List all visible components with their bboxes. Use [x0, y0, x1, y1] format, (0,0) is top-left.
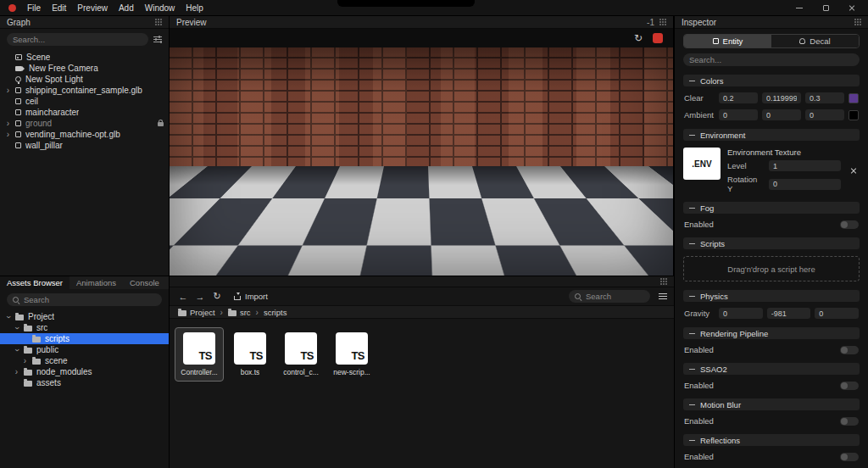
file-item-box[interactable]: TS box.ts	[225, 327, 275, 382]
drag-handle-icon[interactable]	[660, 278, 667, 285]
section-reflections-header[interactable]: Reflections	[683, 434, 860, 446]
collapse-icon	[689, 369, 695, 370]
tab-decal[interactable]: Decal	[771, 35, 859, 47]
app-logo-icon[interactable]	[8, 4, 16, 12]
filter-icon[interactable]	[153, 36, 162, 43]
ambient-b-input[interactable]	[805, 109, 844, 120]
capsule-mesh[interactable]	[371, 186, 456, 276]
clear-r-input[interactable]	[719, 92, 758, 103]
ssao2-enabled-toggle[interactable]	[840, 382, 859, 390]
script-dropzone[interactable]: Drag'n'drop a script here	[683, 256, 860, 281]
graph-item-free-camera[interactable]: New Free Camera	[0, 63, 169, 74]
refresh-button[interactable]: ↻	[210, 290, 224, 304]
view-options-icon[interactable]	[659, 293, 667, 300]
inspector-search-input[interactable]	[689, 55, 854, 64]
tree-item-src[interactable]: src	[0, 322, 169, 333]
chevron-right-icon[interactable]	[5, 86, 11, 95]
graph-item-label: Scene	[26, 53, 50, 62]
ambient-color-swatch[interactable]	[849, 110, 859, 120]
env-level-row: Level	[727, 160, 841, 171]
tree-item-node-modules[interactable]: node_modules	[0, 366, 169, 377]
file-item-controller[interactable]: TS Controller...	[175, 327, 224, 382]
graph-item-maincharacter[interactable]: maincharacter	[0, 107, 169, 118]
mesh-icon	[15, 131, 21, 137]
menu-file[interactable]: File	[27, 3, 41, 13]
viewport-3d[interactable]	[170, 47, 673, 276]
gravity-x-input[interactable]	[719, 308, 763, 319]
section-ssao2-header[interactable]: SSAO2	[683, 363, 860, 375]
tab-animations[interactable]: Animations	[70, 276, 123, 289]
gravity-y-input[interactable]	[767, 308, 811, 319]
rotation-y-input[interactable]	[769, 179, 841, 190]
back-button[interactable]: ←	[176, 290, 190, 304]
minimize-button[interactable]	[792, 0, 807, 16]
rendering-enabled-toggle[interactable]	[840, 346, 859, 354]
chevron-right-icon[interactable]	[14, 368, 19, 376]
menu-edit[interactable]: Edit	[52, 3, 66, 13]
chevron-right-icon[interactable]	[5, 120, 11, 128]
chevron-down-icon[interactable]	[14, 324, 19, 332]
graph-item-wall-pillar[interactable]: wall_pillar	[0, 140, 169, 151]
graph-item-ground[interactable]: ground	[0, 118, 169, 129]
tree-item-public[interactable]: public	[0, 344, 169, 355]
section-physics-header[interactable]: Physics	[683, 290, 860, 302]
tree-item-scripts[interactable]: scripts	[0, 333, 169, 344]
clear-b-input[interactable]	[805, 92, 844, 103]
breadcrumb-scripts[interactable]: scripts	[264, 308, 287, 317]
tab-entity[interactable]: Entity	[684, 35, 771, 47]
section-scripts-header[interactable]: Scripts	[683, 237, 860, 249]
gravity-z-input[interactable]	[815, 308, 859, 319]
assets-search-input[interactable]	[24, 295, 156, 304]
remove-texture-icon[interactable]	[848, 164, 860, 176]
graph-item-vending-machine[interactable]: vending_machine-opt.glb	[0, 129, 169, 140]
file-item-control[interactable]: TS control_c...	[276, 327, 326, 382]
clear-color-swatch[interactable]	[849, 93, 859, 103]
section-fog-header[interactable]: Fog	[683, 202, 860, 214]
record-button[interactable]	[653, 33, 663, 43]
env-texture-thumbnail[interactable]: .ENV	[683, 148, 721, 180]
drag-handle-icon[interactable]	[854, 19, 861, 25]
tree-item-project[interactable]: Project	[0, 311, 169, 322]
section-motion-blur-header[interactable]: Motion Blur	[683, 398, 860, 410]
tree-item-assets[interactable]: assets	[0, 377, 169, 388]
motion-blur-enabled-toggle[interactable]	[840, 417, 859, 426]
menu-add[interactable]: Add	[119, 3, 134, 13]
chevron-down-icon[interactable]	[5, 313, 11, 321]
file-item-new-script[interactable]: TS new-scrip...	[327, 327, 376, 382]
graph-item-shipping-container[interactable]: shipping_container_sample.glb	[0, 85, 169, 96]
menu-window[interactable]: Window	[145, 3, 175, 13]
section-title: Physics	[700, 292, 728, 301]
graph-search-input[interactable]	[13, 35, 142, 44]
tab-assets-browser[interactable]: Assets Browser	[0, 276, 70, 289]
tree-item-scene[interactable]: scene	[0, 355, 169, 366]
clear-g-input[interactable]	[762, 92, 801, 103]
tab-console[interactable]: Console	[123, 276, 166, 289]
menu-help[interactable]: Help	[186, 3, 203, 13]
graph-item-scene[interactable]: Scene	[0, 52, 169, 63]
lock-icon[interactable]	[158, 122, 164, 126]
menu-preview[interactable]: Preview	[77, 3, 108, 13]
graph-item-spot-light[interactable]: New Spot Light	[0, 74, 169, 85]
forward-button[interactable]: →	[193, 290, 207, 304]
breadcrumb-src[interactable]: src	[228, 308, 251, 317]
section-colors-header[interactable]: Colors	[683, 75, 860, 86]
breadcrumb-project[interactable]: Project	[178, 308, 215, 317]
chevron-right-icon[interactable]	[5, 131, 11, 139]
import-button[interactable]: Import	[227, 290, 275, 303]
chevron-right-icon[interactable]	[22, 357, 28, 365]
ambient-r-input[interactable]	[719, 109, 758, 120]
section-environment-header[interactable]: Environment	[683, 129, 860, 141]
section-rendering-header[interactable]: Rendering Pipeline	[683, 327, 860, 339]
refresh-icon[interactable]	[634, 33, 643, 43]
graph-item-ceil[interactable]: ceil	[0, 96, 169, 107]
ambient-g-input[interactable]	[762, 109, 801, 120]
drag-handle-icon[interactable]	[659, 19, 666, 25]
chevron-down-icon[interactable]	[14, 346, 19, 354]
files-search-input[interactable]	[586, 292, 644, 301]
close-button[interactable]	[844, 0, 860, 16]
maximize-button[interactable]	[818, 0, 833, 16]
fog-enabled-toggle[interactable]	[840, 220, 859, 229]
drag-handle-icon[interactable]	[155, 19, 162, 25]
reflections-enabled-toggle[interactable]	[840, 453, 859, 461]
level-input[interactable]	[769, 160, 841, 171]
